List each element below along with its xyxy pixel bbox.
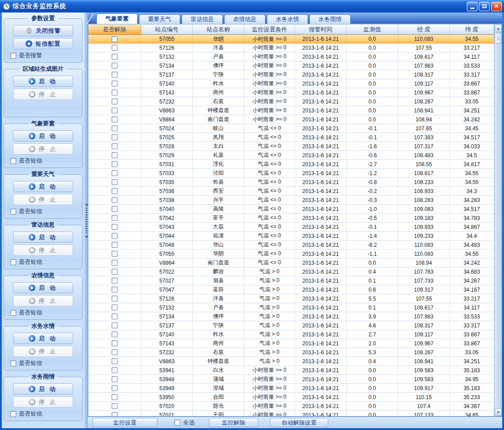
release-checkbox[interactable]: [112, 278, 117, 284]
stop-button[interactable]: 停 止: [13, 295, 73, 306]
table-row[interactable]: 57021千阳小时雨量 >= 02013-1-6 14:210.0107.133…: [88, 411, 494, 416]
release-checkbox[interactable]: [112, 412, 117, 416]
release-checkbox[interactable]: [112, 296, 117, 301]
release-checkbox[interactable]: [112, 233, 117, 239]
table-row[interactable]: 57232石泉气温 > 02013-1-6 14:215.3108.26733.…: [88, 348, 494, 357]
release-checkbox[interactable]: [112, 331, 117, 337]
tab-雷达信息[interactable]: 雷达信息: [182, 14, 223, 24]
release-checkbox[interactable]: [112, 197, 117, 203]
start-button[interactable]: 启 动: [13, 282, 73, 293]
table-row[interactable]: 57140柞水小时雨量 >= 02013-1-6 14:210.0109.117…: [88, 79, 494, 88]
tab-农情信息[interactable]: 农情信息: [224, 14, 265, 24]
maximize-button[interactable]: [479, 2, 490, 11]
release-checkbox[interactable]: [112, 305, 117, 310]
release-checkbox[interactable]: [112, 287, 117, 292]
release-checkbox[interactable]: [112, 269, 117, 275]
alarm-enabled-checkbox[interactable]: [10, 53, 16, 59]
release-checkbox[interactable]: [112, 108, 117, 113]
tab-气象要素[interactable]: 气象要素: [96, 13, 138, 24]
release-checkbox[interactable]: [112, 116, 117, 122]
table-row[interactable]: 57022麟游气温 > 02013-1-6 14:210.4107.78334.…: [88, 267, 494, 276]
release-checkbox[interactable]: [112, 322, 117, 328]
start-button[interactable]: 启 动: [13, 76, 73, 87]
collapse-left-icon[interactable]: ◀: [85, 203, 87, 206]
release-checkbox[interactable]: [112, 394, 117, 400]
release-checkbox[interactable]: [112, 125, 117, 131]
table-row[interactable]: 53950合阳小时雨量 >= 02013-1-6 14:210.0110.153…: [88, 393, 494, 402]
stop-button[interactable]: 停 止: [13, 89, 73, 100]
table-row[interactable]: 57044临潼气温 <= 02013-1-6 14:21-1.4109.2333…: [88, 232, 494, 241]
release-checkbox[interactable]: [112, 45, 117, 51]
tab-水务雨情[interactable]: 水务雨情: [309, 14, 351, 24]
release-checkbox[interactable]: [112, 340, 117, 346]
table-row[interactable]: 57020陈仓小时雨量 >= 02013-1-6 14:210.0107.434…: [88, 402, 494, 411]
table-row[interactable]: 57126洋县小时雨量 >= 02013-1-6 14:210.0107.553…: [88, 43, 494, 52]
table-row[interactable]: 57137宁陕气温 > 02013-1-6 14:214.6108.31733.…: [88, 321, 494, 330]
sms-enabled-checkbox[interactable]: [10, 310, 16, 316]
release-checkbox[interactable]: [112, 170, 117, 176]
table-row[interactable]: 57140柞水气温 > 02013-1-6 14:212.7109.11733.…: [88, 330, 494, 339]
table-row[interactable]: 57027眉县气温 > 02013-1-6 14:210.1107.73334.…: [88, 276, 494, 285]
column-header[interactable]: 纬 度: [450, 25, 494, 34]
release-checkbox[interactable]: [112, 358, 117, 364]
release-checkbox[interactable]: [112, 385, 117, 391]
monitor-set-button[interactable]: 监控设置: [92, 418, 157, 427]
sms-enabled-checkbox[interactable]: [10, 209, 16, 215]
release-checkbox[interactable]: [112, 161, 117, 167]
release-checkbox[interactable]: [112, 403, 117, 409]
table-row[interactable]: 57028太白气温 <= 02013-1-6 14:21-1.6107.3173…: [88, 142, 494, 151]
release-checkbox[interactable]: [112, 143, 117, 149]
release-checkbox[interactable]: [112, 314, 117, 319]
release-checkbox[interactable]: [112, 251, 117, 257]
table-row[interactable]: V8863钟楼盘道小时雨量 >= 02013-1-6 14:210.0108.9…: [88, 106, 494, 115]
column-header[interactable]: 监测值: [347, 25, 398, 34]
release-checkbox[interactable]: [112, 349, 117, 355]
vertical-scrollbar[interactable]: ▲ ▼: [494, 25, 502, 416]
release-checkbox[interactable]: [112, 242, 117, 248]
table-row[interactable]: 57025凤翔气温 <= 02013-1-6 14:21-0.1107.3833…: [88, 133, 494, 142]
close-alarm-button[interactable]: 关闭报警: [13, 25, 73, 36]
table-row[interactable]: V8864南门盘道小时雨量 >= 02013-1-6 14:210.0108.9…: [88, 115, 494, 124]
column-header[interactable]: 监控设置条件: [244, 25, 295, 34]
release-checkbox[interactable]: [112, 99, 117, 104]
sms-config-button[interactable]: 短信配置: [13, 38, 73, 49]
start-button[interactable]: 启 动: [13, 130, 73, 142]
table-row[interactable]: 57035乾县气温 <= 02013-1-6 14:21-0.8108.2333…: [88, 178, 494, 187]
stop-button[interactable]: 停 止: [13, 194, 73, 205]
table-row[interactable]: 57134佛坪气温 > 02013-1-6 14:213.9107.98333.…: [88, 312, 494, 321]
select-all-checkbox[interactable]: [174, 420, 180, 426]
table-row[interactable]: 57043大荔气温 <= 02013-1-6 14:21-0.1109.9333…: [88, 223, 494, 232]
table-row[interactable]: V8864南门盘道气温 <= 02013-1-6 14:210.0108.943…: [88, 258, 494, 267]
auto-release-settings-button[interactable]: 自动解除设置: [270, 418, 328, 427]
release-checkbox[interactable]: [112, 90, 117, 95]
scroll-down-icon[interactable]: ▼: [495, 408, 502, 416]
release-checkbox[interactable]: [112, 152, 117, 158]
scrollbar-thumb[interactable]: [495, 33, 502, 43]
column-header[interactable]: 报警时间: [295, 25, 347, 34]
stop-button[interactable]: 停 止: [13, 245, 73, 256]
table-row[interactable]: 57143商州气温 > 02013-1-6 14:212.0109.96733.…: [88, 339, 494, 348]
table-row[interactable]: V8863钟楼盘道气温 > 02013-1-6 14:210.4108.9413…: [88, 357, 494, 366]
sms-enabled-checkbox[interactable]: [10, 158, 16, 164]
release-checkbox[interactable]: [112, 54, 117, 60]
table-row[interactable]: 57232石泉小时雨量 >= 02013-1-6 14:210.0108.267…: [88, 97, 494, 106]
table-row[interactable]: 57031淳化气温 <= 02013-1-6 14:21-2.7108.5534…: [88, 160, 494, 169]
table-row[interactable]: 57047蓝田气温 > 02013-1-6 14:210.6109.31734.…: [88, 285, 494, 294]
column-header[interactable]: 经 度: [398, 25, 450, 34]
column-header[interactable]: 站点名称: [193, 25, 244, 34]
stop-button[interactable]: 停 止: [13, 143, 73, 155]
release-checkbox[interactable]: [112, 36, 117, 42]
scrollbar-track[interactable]: [495, 44, 502, 408]
tab-重要天气[interactable]: 重要天气: [139, 14, 180, 24]
table-row[interactable]: 57132户县小时雨量 >= 02013-1-6 14:210.0108.617…: [88, 52, 494, 61]
start-button[interactable]: 启 动: [13, 181, 73, 192]
start-button[interactable]: 启 动: [13, 232, 73, 243]
table-row[interactable]: 57143商州小时雨量 >= 02013-1-6 14:210.0109.967…: [88, 88, 494, 97]
start-button[interactable]: 启 动: [13, 383, 73, 395]
table-row[interactable]: 57040高陵气温 <= 02013-1-6 14:21-1.0109.0833…: [88, 205, 494, 214]
stop-button[interactable]: 停 止: [13, 346, 73, 357]
table-row[interactable]: 57132户县气温 > 02013-1-6 14:210.1108.61734.…: [88, 303, 494, 312]
release-checkbox[interactable]: [112, 367, 117, 373]
table-row[interactable]: 57134佛坪小时雨量 >= 02013-1-6 14:210.0107.983…: [88, 61, 494, 70]
table-row[interactable]: 57024岐山气温 <= 02013-1-6 14:21-0.1107.6534…: [88, 124, 494, 133]
